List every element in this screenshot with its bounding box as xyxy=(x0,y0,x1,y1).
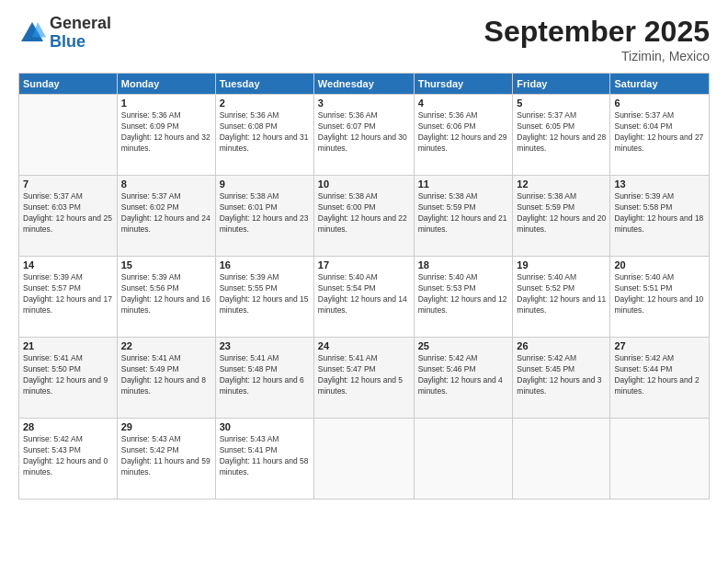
logo-text: General Blue xyxy=(50,15,111,52)
day-info: Sunrise: 5:41 AMSunset: 5:49 PMDaylight:… xyxy=(121,353,211,397)
day-info: Sunrise: 5:40 AMSunset: 5:53 PMDaylight:… xyxy=(418,272,509,316)
weekday-header-friday: Friday xyxy=(513,74,610,95)
calendar-cell xyxy=(313,419,414,500)
calendar-cell: 19Sunrise: 5:40 AMSunset: 5:52 PMDayligh… xyxy=(513,257,610,338)
day-number: 9 xyxy=(220,178,310,190)
day-info: Sunrise: 5:43 AMSunset: 5:41 PMDaylight:… xyxy=(220,434,310,478)
day-number: 16 xyxy=(220,259,310,270)
calendar-cell: 8Sunrise: 5:37 AMSunset: 6:02 PMDaylight… xyxy=(117,176,215,257)
calendar-cell: 29Sunrise: 5:43 AMSunset: 5:42 PMDayligh… xyxy=(117,419,215,500)
week-row-4: 21Sunrise: 5:41 AMSunset: 5:50 PMDayligh… xyxy=(19,338,710,419)
header: General Blue September 2025 Tizimin, Mex… xyxy=(18,15,710,63)
day-info: Sunrise: 5:40 AMSunset: 5:54 PMDaylight:… xyxy=(318,272,410,316)
day-info: Sunrise: 5:42 AMSunset: 5:44 PMDaylight:… xyxy=(614,353,705,397)
calendar-cell: 24Sunrise: 5:41 AMSunset: 5:47 PMDayligh… xyxy=(313,338,414,419)
logo-blue: Blue xyxy=(50,33,111,52)
calendar-cell: 22Sunrise: 5:41 AMSunset: 5:49 PMDayligh… xyxy=(117,338,215,419)
day-number: 29 xyxy=(121,421,211,432)
calendar-cell: 16Sunrise: 5:39 AMSunset: 5:55 PMDayligh… xyxy=(215,257,313,338)
day-info: Sunrise: 5:38 AMSunset: 5:59 PMDaylight:… xyxy=(517,191,606,236)
day-number: 2 xyxy=(220,98,310,109)
day-info: Sunrise: 5:40 AMSunset: 5:51 PMDaylight:… xyxy=(614,272,705,316)
day-number: 14 xyxy=(23,259,113,270)
day-info: Sunrise: 5:36 AMSunset: 6:09 PMDaylight:… xyxy=(121,110,211,155)
day-info: Sunrise: 5:36 AMSunset: 6:08 PMDaylight:… xyxy=(220,110,310,155)
day-info: Sunrise: 5:37 AMSunset: 6:05 PMDaylight:… xyxy=(517,110,606,155)
weekday-header-row: SundayMondayTuesdayWednesdayThursdayFrid… xyxy=(19,74,710,95)
calendar-cell: 14Sunrise: 5:39 AMSunset: 5:57 PMDayligh… xyxy=(19,257,118,338)
day-info: Sunrise: 5:40 AMSunset: 5:52 PMDaylight:… xyxy=(517,272,606,316)
day-info: Sunrise: 5:43 AMSunset: 5:42 PMDaylight:… xyxy=(121,434,211,478)
logo-icon xyxy=(18,19,46,47)
calendar-cell: 11Sunrise: 5:38 AMSunset: 5:59 PMDayligh… xyxy=(414,176,513,257)
calendar-cell: 25Sunrise: 5:42 AMSunset: 5:46 PMDayligh… xyxy=(414,338,513,419)
day-info: Sunrise: 5:41 AMSunset: 5:48 PMDaylight:… xyxy=(220,353,310,397)
weekday-header-wednesday: Wednesday xyxy=(313,74,414,95)
day-info: Sunrise: 5:41 AMSunset: 5:50 PMDaylight:… xyxy=(23,353,113,397)
day-info: Sunrise: 5:39 AMSunset: 5:55 PMDaylight:… xyxy=(220,272,310,316)
calendar-cell: 13Sunrise: 5:39 AMSunset: 5:58 PMDayligh… xyxy=(610,176,710,257)
day-number: 13 xyxy=(614,178,705,190)
day-number: 6 xyxy=(614,98,705,109)
calendar-cell: 17Sunrise: 5:40 AMSunset: 5:54 PMDayligh… xyxy=(313,257,414,338)
day-info: Sunrise: 5:39 AMSunset: 5:57 PMDaylight:… xyxy=(23,272,113,316)
calendar-cell: 15Sunrise: 5:39 AMSunset: 5:56 PMDayligh… xyxy=(117,257,215,338)
calendar-cell xyxy=(610,419,710,500)
day-info: Sunrise: 5:38 AMSunset: 6:01 PMDaylight:… xyxy=(220,191,310,236)
logo: General Blue xyxy=(18,15,111,52)
calendar-cell: 2Sunrise: 5:36 AMSunset: 6:08 PMDaylight… xyxy=(215,95,313,176)
week-row-3: 14Sunrise: 5:39 AMSunset: 5:57 PMDayligh… xyxy=(19,257,710,338)
day-number: 8 xyxy=(121,178,211,190)
weekday-header-saturday: Saturday xyxy=(610,74,710,95)
day-number: 7 xyxy=(23,178,113,190)
day-info: Sunrise: 5:38 AMSunset: 5:59 PMDaylight:… xyxy=(418,191,509,236)
calendar: SundayMondayTuesdayWednesdayThursdayFrid… xyxy=(18,73,710,500)
calendar-cell: 23Sunrise: 5:41 AMSunset: 5:48 PMDayligh… xyxy=(215,338,313,419)
day-number: 23 xyxy=(220,340,310,351)
weekday-header-tuesday: Tuesday xyxy=(215,74,313,95)
day-number: 24 xyxy=(318,340,410,351)
day-info: Sunrise: 5:37 AMSunset: 6:03 PMDaylight:… xyxy=(23,191,113,236)
day-number: 5 xyxy=(517,98,606,109)
calendar-cell: 21Sunrise: 5:41 AMSunset: 5:50 PMDayligh… xyxy=(19,338,118,419)
weekday-header-thursday: Thursday xyxy=(414,74,513,95)
day-number: 27 xyxy=(614,340,705,351)
calendar-cell: 12Sunrise: 5:38 AMSunset: 5:59 PMDayligh… xyxy=(513,176,610,257)
calendar-cell: 1Sunrise: 5:36 AMSunset: 6:09 PMDaylight… xyxy=(117,95,215,176)
calendar-cell xyxy=(414,419,513,500)
day-number: 25 xyxy=(418,340,509,351)
day-number: 15 xyxy=(121,259,211,270)
calendar-cell: 10Sunrise: 5:38 AMSunset: 6:00 PMDayligh… xyxy=(313,176,414,257)
day-number: 17 xyxy=(318,259,410,270)
calendar-cell: 27Sunrise: 5:42 AMSunset: 5:44 PMDayligh… xyxy=(610,338,710,419)
day-info: Sunrise: 5:41 AMSunset: 5:47 PMDaylight:… xyxy=(318,353,410,397)
day-info: Sunrise: 5:42 AMSunset: 5:43 PMDaylight:… xyxy=(23,434,113,478)
day-info: Sunrise: 5:36 AMSunset: 6:06 PMDaylight:… xyxy=(418,110,509,155)
day-info: Sunrise: 5:38 AMSunset: 6:00 PMDaylight:… xyxy=(318,191,410,236)
day-info: Sunrise: 5:42 AMSunset: 5:45 PMDaylight:… xyxy=(517,353,606,397)
week-row-5: 28Sunrise: 5:42 AMSunset: 5:43 PMDayligh… xyxy=(19,419,710,500)
day-info: Sunrise: 5:39 AMSunset: 5:58 PMDaylight:… xyxy=(614,191,705,236)
day-number: 12 xyxy=(517,178,606,190)
week-row-1: 1Sunrise: 5:36 AMSunset: 6:09 PMDaylight… xyxy=(19,95,710,176)
weekday-header-monday: Monday xyxy=(117,74,215,95)
day-info: Sunrise: 5:36 AMSunset: 6:07 PMDaylight:… xyxy=(318,110,410,155)
calendar-cell: 26Sunrise: 5:42 AMSunset: 5:45 PMDayligh… xyxy=(513,338,610,419)
calendar-cell: 3Sunrise: 5:36 AMSunset: 6:07 PMDaylight… xyxy=(313,95,414,176)
day-number: 10 xyxy=(318,178,410,190)
logo-general: General xyxy=(50,15,111,33)
day-number: 1 xyxy=(121,98,211,109)
title-block: September 2025 Tizimin, Mexico xyxy=(484,15,710,63)
day-number: 20 xyxy=(614,259,705,270)
day-number: 19 xyxy=(517,259,606,270)
calendar-cell xyxy=(19,95,118,176)
calendar-cell: 6Sunrise: 5:37 AMSunset: 6:04 PMDaylight… xyxy=(610,95,710,176)
month-title: September 2025 xyxy=(484,15,710,49)
page: General Blue September 2025 Tizimin, Mex… xyxy=(0,0,728,563)
day-info: Sunrise: 5:37 AMSunset: 6:04 PMDaylight:… xyxy=(614,110,705,155)
day-info: Sunrise: 5:39 AMSunset: 5:56 PMDaylight:… xyxy=(121,272,211,316)
calendar-cell: 7Sunrise: 5:37 AMSunset: 6:03 PMDaylight… xyxy=(19,176,118,257)
day-info: Sunrise: 5:37 AMSunset: 6:02 PMDaylight:… xyxy=(121,191,211,236)
location-title: Tizimin, Mexico xyxy=(484,49,710,63)
calendar-cell: 20Sunrise: 5:40 AMSunset: 5:51 PMDayligh… xyxy=(610,257,710,338)
